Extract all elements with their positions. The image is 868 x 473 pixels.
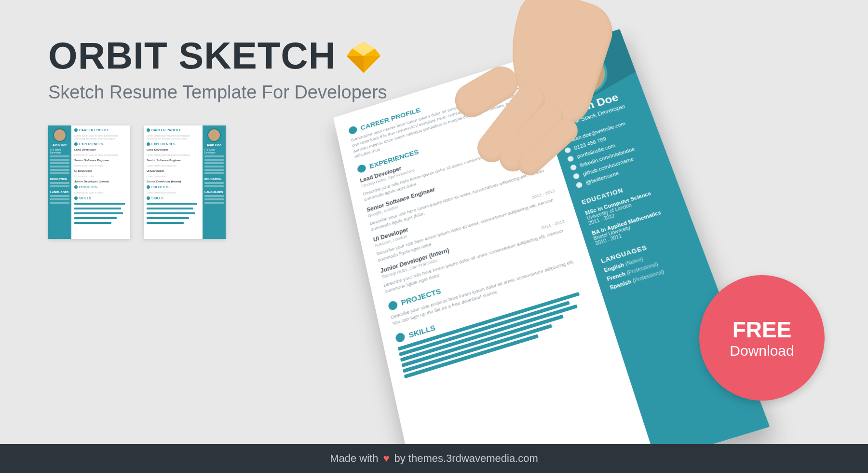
avatar [53,128,67,142]
thumb-name: Alan Doe [53,143,67,147]
hero-subtitle: Sketch Resume Template For Developers [48,82,387,103]
badge-subtitle: Download [730,343,794,359]
thumb-name: Alan Doe [207,143,221,147]
footer-suffix: by themes.3rdwavemedia.com [394,452,538,465]
avatar [207,128,221,142]
thumbnail-row: Alan Doe Full Stack Developer EDUCATION … [48,125,226,239]
thumb-role: Full Stack Developer [50,148,69,154]
thumbnail-left-layout: Alan Doe Full Stack Developer EDUCATION … [48,125,130,239]
thumb-role: Full Stack Developer [204,148,224,154]
free-download-badge[interactable]: FREE Download [699,275,825,401]
footer-bar: Made with ♥ by themes.3rdwavemedia.com [0,444,868,473]
thumb-main: CAREER PROFILE Lorem ipsum dolor sit ame… [144,125,203,239]
thumb-sidebar: Alan Doe Full Stack Developer EDUCATION … [203,125,226,239]
held-resume-composition: CAREER PROFILE Summarise your career her… [338,39,738,439]
thumbnail-right-layout: Alan Doe Full Stack Developer EDUCATION … [144,125,226,239]
hero-title-text: ORBIT SKETCH [48,34,336,78]
hero-title: ORBIT SKETCH [48,34,382,78]
badge-title: FREE [732,317,792,343]
footer-prefix: Made with [330,452,378,465]
hand-illustration [420,39,603,212]
thumb-main: CAREER PROFILE Lorem ipsum dolor sit ame… [71,125,130,239]
heart-icon: ♥ [383,452,389,465]
thumb-sidebar: Alan Doe Full Stack Developer EDUCATION … [48,125,71,239]
